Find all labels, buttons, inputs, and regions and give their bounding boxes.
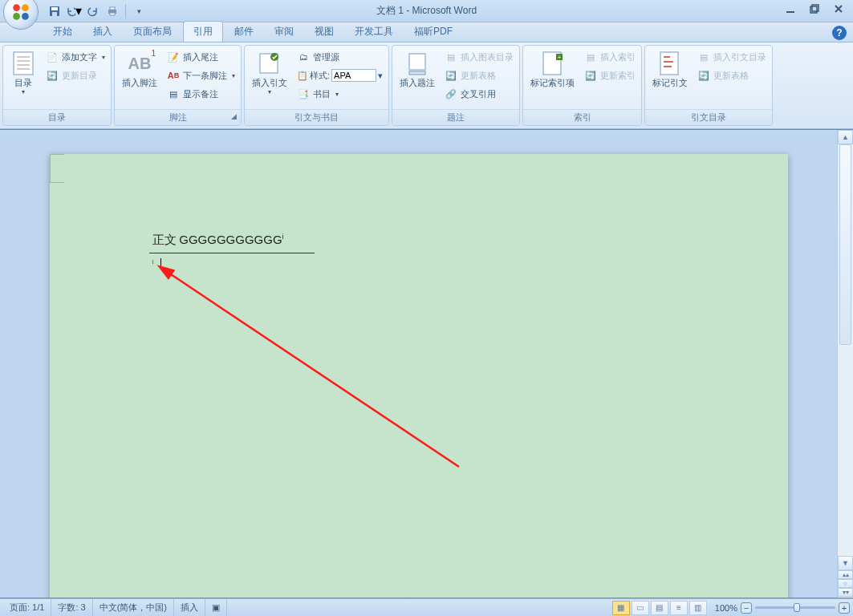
mark-entry-button[interactable]: + 标记索引项 xyxy=(526,48,579,91)
mark-citation-button[interactable]: 标记引文 xyxy=(648,48,693,91)
outline-icon: ≡ xyxy=(676,603,681,612)
zoom-track[interactable] xyxy=(755,606,835,609)
ribbon: 目录 ▾ 📄添加文字▾ 🔄更新目录 目录 AB1 插入脚注 📝插入尾注 AB下一… xyxy=(0,43,853,129)
show-notes-button[interactable]: ▤显示备注 xyxy=(164,85,238,103)
endnote-icon: 📝 xyxy=(167,51,180,63)
svg-point-2 xyxy=(13,13,20,20)
scroll-thumb[interactable] xyxy=(839,144,851,345)
insert-citation-button[interactable]: 插入引文 ▾ xyxy=(247,48,292,98)
close-button[interactable] xyxy=(827,2,850,16)
zoom-thumb[interactable] xyxy=(794,603,800,612)
insert-fig-toc-button[interactable]: ▤插入图表目录 xyxy=(441,48,517,66)
show-notes-label: 显示备注 xyxy=(183,88,218,100)
insert-footnote-button[interactable]: AB1 插入脚注 xyxy=(117,48,162,91)
tab-review[interactable]: 审阅 xyxy=(265,22,303,42)
tab-mailings[interactable]: 邮件 xyxy=(225,22,263,42)
print-icon xyxy=(107,6,118,17)
footnote-icon: AB1 xyxy=(127,51,152,76)
cross-ref-button[interactable]: 🔗交叉引用 xyxy=(441,85,517,103)
dropdown-icon[interactable]: ▾ xyxy=(378,71,383,81)
insert-toa-button[interactable]: ▤插入引文目录 xyxy=(694,48,770,66)
update-index-button[interactable]: 🔄更新索引 xyxy=(581,67,639,84)
view-outline[interactable]: ≡ xyxy=(670,601,688,615)
qat-redo-button[interactable] xyxy=(85,3,101,19)
dropdown-icon: ▾ xyxy=(102,54,105,61)
status-words[interactable]: 字数: 3 xyxy=(51,599,92,616)
insert-caption-button[interactable]: 插入题注 xyxy=(395,48,440,91)
dropdown-icon: ▾ xyxy=(137,7,141,15)
mark-entry-icon: + xyxy=(540,51,566,76)
tab-references[interactable]: 引用 xyxy=(183,21,223,42)
tab-home[interactable]: 开始 xyxy=(43,22,82,42)
prev-page-button[interactable]: ▴▴ xyxy=(838,570,853,579)
svg-line-26 xyxy=(169,273,459,467)
next-footnote-button[interactable]: AB下一条脚注▾ xyxy=(164,67,238,84)
workspace: 正文 GGGGGGGGGGGi i ▲ ▼ ▴▴ ○ ▾▾ xyxy=(0,129,853,598)
manage-sources-button[interactable]: 🗂管理源 xyxy=(294,48,386,66)
zoom-in-button[interactable]: + xyxy=(839,602,850,614)
svg-point-0 xyxy=(13,4,20,11)
zoom-value[interactable]: 100% xyxy=(715,603,737,613)
office-logo-icon xyxy=(10,2,31,22)
scroll-track[interactable] xyxy=(838,144,853,556)
tab-developer[interactable]: 开发工具 xyxy=(345,22,403,42)
insert-index-button[interactable]: ▤插入索引 xyxy=(581,48,639,66)
page[interactable]: 正文 GGGGGGGGGGGi i xyxy=(50,154,788,598)
update-table-button[interactable]: 🔄更新表格 xyxy=(441,67,517,84)
scroll-down-button[interactable]: ▼ xyxy=(838,556,853,570)
view-web-layout[interactable]: ▤ xyxy=(651,601,668,615)
group-citations: 插入引文 ▾ 🗂管理源 📋样式:▾ 📑书目▾ 引文与书目 xyxy=(244,45,389,126)
update-table-icon: 🔄 xyxy=(445,69,457,82)
svg-point-3 xyxy=(22,13,29,20)
status-insert-mode[interactable]: 插入 xyxy=(174,599,205,616)
next-footnote-icon: AB xyxy=(167,69,180,82)
draft-icon: ▥ xyxy=(694,603,701,612)
footnotes-launcher[interactable]: ◢ xyxy=(229,112,238,122)
qat-save-button[interactable] xyxy=(47,3,63,19)
help-button[interactable]: ? xyxy=(832,26,847,40)
annotation-arrow xyxy=(154,258,475,483)
svg-rect-5 xyxy=(51,7,58,10)
insert-endnote-button[interactable]: 📝插入尾注 xyxy=(164,48,238,66)
status-macro-button[interactable]: ▣ xyxy=(205,599,227,616)
insert-index-label: 插入索引 xyxy=(600,51,636,63)
tab-page-layout[interactable]: 页面布局 xyxy=(124,22,181,42)
document-viewport[interactable]: 正文 GGGGGGGGGGGi i xyxy=(0,130,837,598)
status-language[interactable]: 中文(简体，中国) xyxy=(93,599,174,616)
maximize-button[interactable] xyxy=(803,2,826,16)
view-full-screen[interactable]: ▭ xyxy=(632,601,649,615)
svg-rect-10 xyxy=(786,11,794,13)
qat-customize-button[interactable]: ▾ xyxy=(131,3,147,19)
bibliography-button[interactable]: 📑书目▾ xyxy=(294,85,386,103)
endnote-reference: i xyxy=(282,233,284,241)
tab-insert[interactable]: 插入 xyxy=(83,22,122,42)
tab-foxit-pdf[interactable]: 福昕PDF xyxy=(404,22,462,42)
toc-label: 目录 xyxy=(14,78,32,88)
style-input[interactable] xyxy=(331,69,376,82)
view-print-layout[interactable]: ▦ xyxy=(612,601,630,615)
add-text-button[interactable]: 📄添加文字▾ xyxy=(43,48,108,66)
citation-style-combo[interactable]: 📋样式:▾ xyxy=(294,67,386,84)
insert-caption-label: 插入题注 xyxy=(400,78,435,88)
update-index-label: 更新索引 xyxy=(600,70,636,82)
qat-undo-button[interactable]: ▾ xyxy=(66,3,82,19)
svg-rect-9 xyxy=(110,13,115,15)
update-toc-button[interactable]: 🔄更新目录 xyxy=(43,67,108,84)
minimize-button[interactable] xyxy=(779,2,802,16)
select-browse-button[interactable]: ○ xyxy=(838,579,853,588)
endnote-area[interactable]: i xyxy=(152,258,154,269)
update-index-icon: 🔄 xyxy=(584,69,597,82)
next-page-button[interactable]: ▾▾ xyxy=(838,588,853,597)
insert-endnote-label: 插入尾注 xyxy=(183,51,218,63)
document-body-text[interactable]: 正文 GGGGGGGGGGGi xyxy=(152,233,284,248)
scroll-up-button[interactable]: ▲ xyxy=(838,130,853,144)
vertical-scrollbar[interactable]: ▲ ▼ xyxy=(837,130,853,570)
toc-button[interactable]: 目录 ▾ xyxy=(6,48,41,98)
zoom-out-button[interactable]: − xyxy=(741,602,752,614)
status-page[interactable]: 页面: 1/1 xyxy=(3,599,51,616)
tab-view[interactable]: 视图 xyxy=(305,22,343,42)
qat-print-button[interactable] xyxy=(104,3,120,19)
group-footnotes: AB1 插入脚注 📝插入尾注 AB下一条脚注▾ ▤显示备注 脚注◢ xyxy=(114,45,242,126)
update-toa-button[interactable]: 🔄更新表格 xyxy=(694,67,770,84)
view-draft[interactable]: ▥ xyxy=(689,601,707,615)
